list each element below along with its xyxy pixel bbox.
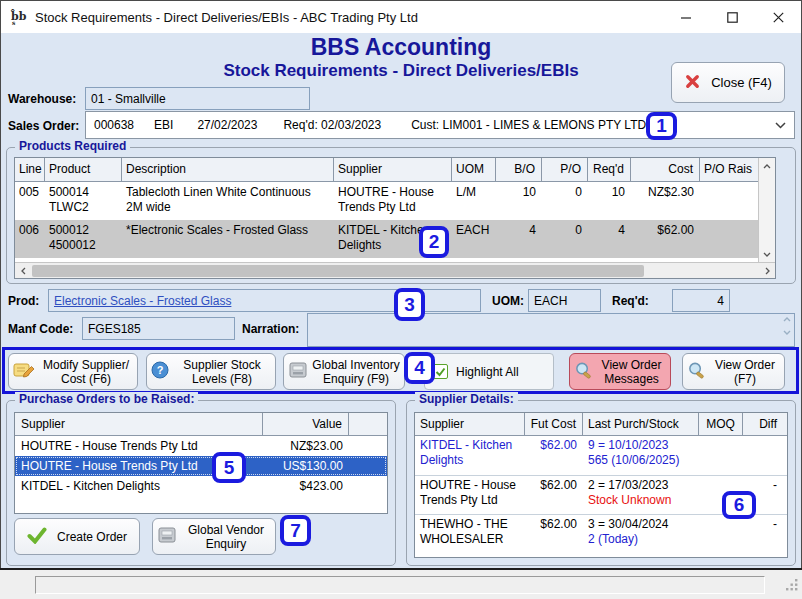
products-table-header: Line Product Description Supplier UOM B/… <box>15 158 775 182</box>
manf-code-field[interactable]: FGES185 <box>82 317 235 340</box>
inventory-label-1: Global Inventory <box>312 358 399 372</box>
resize-grip[interactable] <box>786 578 799 596</box>
sd-futcost: $62.00 <box>525 436 583 475</box>
col-po-supplier[interactable]: Supplier <box>15 413 263 435</box>
cell-po-raised <box>700 220 760 258</box>
supplier-details-label: Supplier Details: <box>415 392 518 406</box>
cell-bo: 4 <box>496 220 542 258</box>
col-supplier[interactable]: Supplier <box>334 158 452 181</box>
close-f4-label: Close (F4) <box>711 75 772 90</box>
col-po[interactable]: P/O <box>542 158 588 181</box>
warehouse-field[interactable]: 01 - Smallville <box>85 87 310 110</box>
sales-order-label: Sales Order: <box>8 119 79 133</box>
col-line[interactable]: Line <box>15 158 45 181</box>
highlight-all-checkbox[interactable] <box>433 364 448 379</box>
annotation-1: 1 <box>646 112 677 140</box>
cell-supplier: HOUTRE - House Trends Pty Ltd <box>334 182 452 220</box>
maximize-button[interactable] <box>709 1 755 33</box>
create-order-button[interactable]: Create Order <box>14 518 140 555</box>
modify-supplier-cost-button[interactable]: Modify Supplier/Cost (F6) <box>8 353 138 390</box>
cell-po: 0 <box>542 182 588 220</box>
table-row[interactable]: THEWHO - THE WHOLESALER $62.00 3 = 30/04… <box>415 514 787 553</box>
list-item[interactable]: KITDEL - Kitchen Delights $423.00 <box>15 476 387 496</box>
annotation-2: 2 <box>419 226 449 258</box>
sd-last-1: 3 = 30/04/2024 <box>588 517 668 531</box>
purchase-orders-header: Supplier Value <box>15 413 387 436</box>
col-po-value[interactable]: Value <box>263 413 349 435</box>
global-vendor-enquiry-button[interactable]: Global VendorEnquiry <box>152 518 276 555</box>
cell-description: Tablecloth Linen White Continuous 2M wid… <box>122 182 334 220</box>
view-order-button[interactable]: View Order(F7) <box>682 353 785 390</box>
sd-diff <box>743 436 783 475</box>
reqd-label: Req'd: <box>612 294 649 308</box>
col-sd-supplier[interactable]: Supplier <box>415 413 525 435</box>
view-label-2: (F7) <box>734 372 756 386</box>
table-row[interactable]: KITDEL - Kitchen Delights $62.00 9 = 10/… <box>415 436 787 475</box>
narration-scroll-icons[interactable] <box>783 317 791 335</box>
scrollbar-thumb[interactable] <box>32 265 644 277</box>
sd-moq <box>699 515 743 553</box>
products-table: Line Product Description Supplier UOM B/… <box>14 157 776 279</box>
uom-value: EACH <box>534 294 567 308</box>
table-row-selected[interactable]: 006 500012 4500012 *Electronic Scales - … <box>15 220 775 258</box>
col-sd-diff[interactable]: Diff <box>743 413 783 435</box>
scroll-left-icon[interactable] <box>15 263 31 279</box>
col-po-raised[interactable]: P/O Rais <box>700 158 760 181</box>
annotation-3: 3 <box>394 288 425 321</box>
inventory-label-2: Enquiry (F9) <box>323 372 389 386</box>
vertical-scrollbar[interactable] <box>758 158 775 262</box>
terminal-icon <box>288 361 308 382</box>
table-row[interactable]: 005 500014 TLWC2 Tablecloth Linen White … <box>15 182 775 220</box>
scroll-up-icon[interactable] <box>759 158 775 174</box>
reqd-field[interactable]: 4 <box>672 289 730 312</box>
list-item-selected[interactable]: HOUTRE - House Trends Pty Ltd US$130.00 <box>15 456 387 476</box>
col-product[interactable]: Product <box>45 158 122 181</box>
stock-label-1: Supplier Stock <box>183 358 260 372</box>
sd-supplier: HOUTRE - House Trends Pty Ltd <box>415 476 525 514</box>
prod-link[interactable]: Electronic Scales - Frosted Glass <box>54 294 231 308</box>
sd-last-2: Stock Unknown <box>588 493 671 507</box>
horizontal-scrollbar[interactable] <box>15 262 775 278</box>
list-item[interactable]: HOUTRE - House Trends Pty Ltd NZ$23.00 <box>15 436 387 456</box>
title-bar: b̂bs Stock Requirements - Direct Deliver… <box>1 1 801 33</box>
status-panel <box>35 576 765 594</box>
scroll-right-icon[interactable] <box>759 263 775 279</box>
uom-field[interactable]: EACH <box>528 289 601 312</box>
col-reqd[interactable]: Req'd <box>588 158 631 181</box>
prod-label: Prod: <box>8 294 39 308</box>
supplier-stock-levels-button[interactable]: ? Supplier StockLevels (F8) <box>146 353 276 390</box>
reqd-value: 4 <box>717 294 724 308</box>
col-uom[interactable]: UOM <box>452 158 496 181</box>
col-sd-last[interactable]: Last Purch/Stock <box>583 413 699 435</box>
minimize-button[interactable] <box>663 1 709 33</box>
cell-product: 500012 4500012 <box>45 220 122 258</box>
magnifier-icon <box>687 361 706 383</box>
narration-field[interactable] <box>307 313 795 347</box>
po-value: NZ$23.00 <box>263 439 349 453</box>
app-title: BBS Accounting <box>0 34 802 61</box>
question-circle-icon: ? <box>151 361 169 382</box>
col-sd-moq[interactable]: MOQ <box>699 413 743 435</box>
col-bo[interactable]: B/O <box>496 158 542 181</box>
col-cost[interactable]: Cost <box>631 158 700 181</box>
order-date: 27/02/2023 <box>197 118 257 132</box>
cell-reqd: 10 <box>588 182 631 220</box>
col-sd-futcost[interactable]: Fut Cost <box>525 413 583 435</box>
cell-cost: $62.00 <box>631 220 700 258</box>
application-window: b̂bs Stock Requirements - Direct Deliver… <box>0 0 802 599</box>
global-inventory-enquiry-button[interactable]: Global InventoryEnquiry (F9) <box>283 353 405 390</box>
view-label-1: View Order <box>715 358 775 372</box>
scroll-down-icon[interactable] <box>759 246 775 262</box>
col-description[interactable]: Description <box>122 158 334 181</box>
annotation-7: 7 <box>280 515 311 546</box>
close-window-button[interactable] <box>755 1 801 33</box>
sd-last-1: 2 = 17/03/2023 <box>588 478 668 492</box>
sd-supplier: THEWHO - THE WHOLESALER <box>415 515 525 553</box>
sales-order-dropdown[interactable]: 000638 EBI 27/02/2023 Req'd: 02/03/2023 … <box>85 111 795 139</box>
view-order-messages-button[interactable]: View OrderMessages <box>569 353 671 390</box>
cell-reqd: 4 <box>588 220 631 258</box>
sd-futcost: $62.00 <box>525 515 583 553</box>
sd-last-2: 565 (10/06/2025) <box>588 453 679 467</box>
close-f4-button[interactable]: Close (F4) <box>671 62 785 103</box>
cell-product: 500014 TLWC2 <box>45 182 122 220</box>
